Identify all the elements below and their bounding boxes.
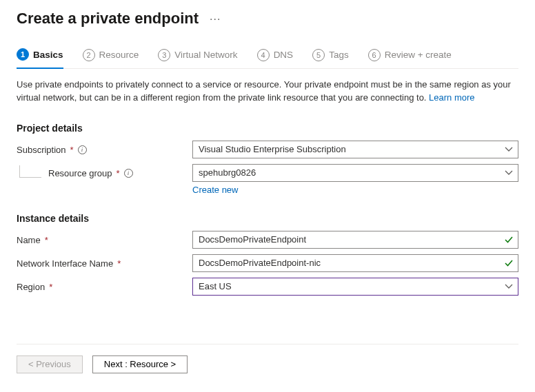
required-icon: * [49,282,52,292]
tab-label: Basics [33,50,63,60]
subscription-label: Subscription [17,145,66,155]
name-label: Name [17,235,41,245]
info-icon[interactable]: i [124,169,133,178]
check-icon [500,235,518,245]
tab-dns[interactable]: 4 DNS [257,48,294,68]
tab-step-icon: 5 [312,49,325,61]
chevron-down-icon [500,145,518,154]
required-icon: * [117,168,120,178]
tab-tags[interactable]: 5 Tags [312,48,349,68]
learn-more-link[interactable]: Learn more [429,92,474,103]
tab-label: Tags [329,50,349,60]
page-title: Create a private endpoint [17,10,199,28]
resource-group-select[interactable]: spehubrg0826 [192,164,518,182]
tab-label: Resource [99,50,139,60]
name-input[interactable]: DocsDemoPrivateEndpoint [192,231,518,249]
tab-step-icon: 3 [158,49,170,61]
previous-button: < Previous [17,355,83,373]
more-icon[interactable]: ··· [210,13,221,25]
tab-description: Use private endpoints to privately conne… [17,79,518,105]
tab-resource[interactable]: 2 Resource [83,48,139,68]
wizard-footer: < Previous Next : Resource > [17,344,518,384]
tab-label: DNS [274,50,294,60]
required-icon: * [70,145,74,155]
section-instance-details: Instance details [17,213,518,224]
region-label: Region [17,282,45,292]
create-new-link[interactable]: Create new [192,185,238,195]
check-icon [500,258,518,268]
tab-virtual-network[interactable]: 3 Virtual Network [158,48,237,68]
tab-basics[interactable]: 1 Basics [17,48,63,69]
nic-label: Network Interface Name [17,258,113,269]
region-select[interactable]: East US [192,278,518,296]
subscription-select[interactable]: Visual Studio Enterprise Subscription [192,141,518,158]
tab-label: Review + create [385,50,452,60]
tree-connector-icon [19,165,41,178]
tab-step-icon: 4 [257,49,270,61]
tab-label: Virtual Network [174,50,237,60]
next-button[interactable]: Next : Resource > [92,355,188,373]
tab-step-icon: 1 [17,48,29,61]
info-icon[interactable]: i [78,145,87,154]
tab-step-icon: 6 [368,49,381,61]
wizard-tabs: 1 Basics 2 Resource 3 Virtual Network 4 … [17,48,518,69]
tab-step-icon: 2 [83,49,95,61]
required-icon: * [45,235,48,245]
nic-input[interactable]: DocsDemoPrivateEndpoint-nic [192,254,518,272]
required-icon: * [117,258,121,269]
chevron-down-icon [500,282,518,291]
tab-review-create[interactable]: 6 Review + create [368,48,452,68]
resource-group-label: Resource group [48,168,112,178]
section-project-details: Project details [17,123,518,134]
chevron-down-icon [500,169,518,177]
